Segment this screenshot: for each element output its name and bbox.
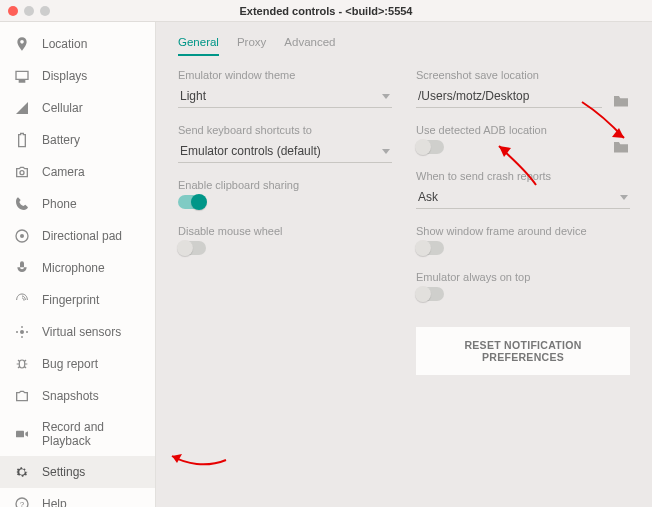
sidebar-item-label: Camera — [42, 165, 85, 179]
tabs: General Proxy Advanced — [178, 32, 630, 57]
screenshot-value: /Users/motz/Desktop — [418, 89, 529, 103]
svg-point-1 — [20, 234, 24, 238]
location-icon — [14, 36, 30, 52]
sidebar-item-cellular[interactable]: Cellular — [0, 92, 155, 124]
sidebar-item-help[interactable]: ?Help — [0, 488, 155, 507]
camera-icon — [14, 164, 30, 180]
phone-icon — [14, 196, 30, 212]
mousewheel-label: Disable mouse wheel — [178, 225, 392, 237]
titlebar: Extended controls - <build>:5554 — [0, 0, 652, 22]
crash-group: When to send crash reports Ask — [416, 170, 630, 209]
mousewheel-group: Disable mouse wheel — [178, 225, 392, 255]
svg-rect-3 — [16, 431, 24, 438]
tab-general[interactable]: General — [178, 32, 219, 56]
crash-select[interactable]: Ask — [416, 186, 630, 209]
frame-label: Show window frame around device — [416, 225, 630, 237]
sidebar-item-label: Record and Playback — [42, 420, 141, 448]
sidebar-item-label: Help — [42, 497, 67, 507]
fingerprint-icon — [14, 292, 30, 308]
cellular-icon — [14, 100, 30, 116]
frame-group: Show window frame around device — [416, 225, 630, 255]
shortcuts-value: Emulator controls (default) — [180, 144, 321, 158]
theme-value: Light — [180, 89, 206, 103]
sidebar-item-settings[interactable]: Settings — [0, 456, 155, 488]
theme-label: Emulator window theme — [178, 69, 392, 81]
sidebar-item-label: Displays — [42, 69, 87, 83]
ontop-group: Emulator always on top — [416, 271, 630, 301]
main-panel: General Proxy Advanced Emulator window t… — [156, 22, 652, 507]
sidebar-item-label: Phone — [42, 197, 77, 211]
sidebar-item-label: Fingerprint — [42, 293, 99, 307]
sidebar-item-camera[interactable]: Camera — [0, 156, 155, 188]
sidebar-item-label: Snapshots — [42, 389, 99, 403]
sidebar-item-phone[interactable]: Phone — [0, 188, 155, 220]
reset-notification-button[interactable]: RESET NOTIFICATION PREFERENCES — [416, 327, 630, 375]
bug-icon — [14, 356, 30, 372]
window-controls — [8, 6, 50, 16]
sidebar-item-displays[interactable]: Displays — [0, 60, 155, 92]
adb-label: Use detected ADB location — [416, 124, 630, 136]
ontop-label: Emulator always on top — [416, 271, 630, 283]
sidebar-item-label: Microphone — [42, 261, 105, 275]
chevron-down-icon — [382, 149, 390, 154]
battery-icon — [14, 132, 30, 148]
sidebar-item-sensors[interactable]: Virtual sensors — [0, 316, 155, 348]
sidebar-item-label: Bug report — [42, 357, 98, 371]
annotation-arrow — [166, 442, 236, 475]
theme-select[interactable]: Light — [178, 85, 392, 108]
sidebar-item-label: Battery — [42, 133, 80, 147]
body: Location Displays Cellular Battery Camer… — [0, 22, 652, 507]
record-icon — [14, 426, 30, 442]
shortcuts-select[interactable]: Emulator controls (default) — [178, 140, 392, 163]
microphone-icon — [14, 260, 30, 276]
gear-icon — [14, 464, 30, 480]
tab-advanced[interactable]: Advanced — [284, 32, 335, 56]
dpad-icon — [14, 228, 30, 244]
tab-proxy[interactable]: Proxy — [237, 32, 266, 56]
sidebar-item-label: Cellular — [42, 101, 83, 115]
screenshot-path[interactable]: /Users/motz/Desktop — [416, 85, 602, 108]
window: Extended controls - <build>:5554 Locatio… — [0, 0, 652, 507]
sidebar-item-label: Location — [42, 37, 87, 51]
right-col: Screenshot save location /Users/motz/Des… — [416, 69, 630, 375]
sidebar-item-label: Directional pad — [42, 229, 122, 243]
left-col: Emulator window theme Light Send keyboar… — [178, 69, 392, 375]
adb-browse-button[interactable] — [612, 140, 630, 154]
frame-toggle[interactable] — [416, 241, 444, 255]
help-icon: ? — [14, 496, 30, 507]
close-dot[interactable] — [8, 6, 18, 16]
sidebar-item-label: Virtual sensors — [42, 325, 121, 339]
sidebar-item-microphone[interactable]: Microphone — [0, 252, 155, 284]
adb-group: Use detected ADB location — [416, 124, 630, 154]
crash-value: Ask — [418, 190, 438, 204]
minimize-dot[interactable] — [24, 6, 34, 16]
sidebar-item-location[interactable]: Location — [0, 28, 155, 60]
sidebar-item-snapshots[interactable]: Snapshots — [0, 380, 155, 412]
sidebar-item-label: Settings — [42, 465, 85, 479]
settings-columns: Emulator window theme Light Send keyboar… — [178, 69, 630, 375]
window-title: Extended controls - <build>:5554 — [240, 5, 413, 17]
screenshot-browse-button[interactable] — [612, 94, 630, 108]
screenshot-group: Screenshot save location /Users/motz/Des… — [416, 69, 630, 108]
zoom-dot[interactable] — [40, 6, 50, 16]
clipboard-toggle[interactable] — [178, 195, 206, 209]
sidebar-item-record[interactable]: Record and Playback — [0, 412, 155, 456]
mousewheel-toggle[interactable] — [178, 241, 206, 255]
adb-toggle[interactable] — [416, 140, 444, 154]
chevron-down-icon — [382, 94, 390, 99]
sidebar-item-battery[interactable]: Battery — [0, 124, 155, 156]
crash-label: When to send crash reports — [416, 170, 630, 182]
svg-text:?: ? — [20, 500, 25, 507]
theme-group: Emulator window theme Light — [178, 69, 392, 108]
shortcuts-group: Send keyboard shortcuts to Emulator cont… — [178, 124, 392, 163]
sidebar-item-bugreport[interactable]: Bug report — [0, 348, 155, 380]
clipboard-label: Enable clipboard sharing — [178, 179, 392, 191]
ontop-toggle[interactable] — [416, 287, 444, 301]
sensors-icon — [14, 324, 30, 340]
shortcuts-label: Send keyboard shortcuts to — [178, 124, 392, 136]
screenshot-label: Screenshot save location — [416, 69, 630, 81]
sidebar-item-fingerprint[interactable]: Fingerprint — [0, 284, 155, 316]
sidebar-item-dpad[interactable]: Directional pad — [0, 220, 155, 252]
svg-point-2 — [20, 330, 24, 334]
snapshots-icon — [14, 388, 30, 404]
